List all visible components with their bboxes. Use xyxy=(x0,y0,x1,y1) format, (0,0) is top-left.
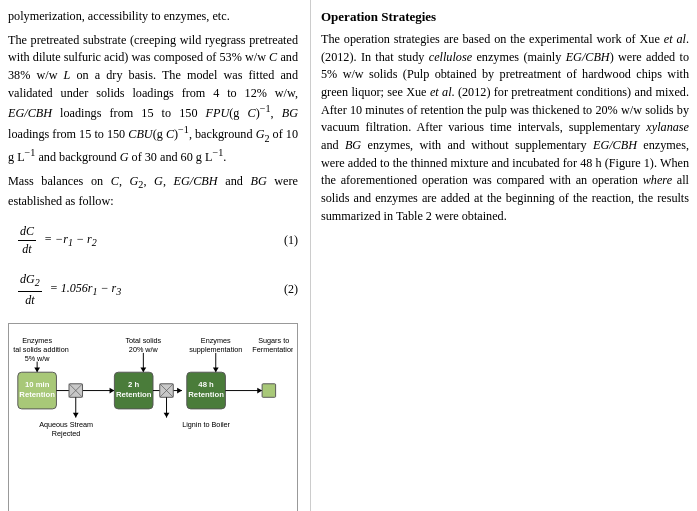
box2-label-2: Retention xyxy=(116,390,152,399)
box3-label-2: Retention xyxy=(188,390,224,399)
lignin-label-1: Lignin to Boiler xyxy=(182,420,230,429)
arrowhead-6 xyxy=(257,388,262,394)
eq2-numerator: dG2 xyxy=(18,271,42,292)
box3-label-1: 48 h xyxy=(198,380,214,389)
right-column: Operation Strategies The operation strat… xyxy=(310,0,697,511)
total-solids-label-2: 20% w/w xyxy=(129,345,159,354)
box1-label-2: Retention xyxy=(19,390,55,399)
diagram-svg: Enzymes Total solids addition 5% w/w Tot… xyxy=(13,330,293,510)
eq2-rhs: = 1.056r1 − r3 xyxy=(50,280,122,300)
sugars-box xyxy=(262,384,276,398)
left-para1: polymerization, accessibility to enzymes… xyxy=(8,8,298,26)
equation-1: dC dt = −r1 − r2 (1) xyxy=(8,217,298,265)
enzymes-label-1: Enzymes xyxy=(22,336,52,345)
aqueous-label-1: Aqueous Stream xyxy=(39,420,93,429)
eq1-denominator: dt xyxy=(20,241,33,258)
eq2-denominator: dt xyxy=(23,292,36,309)
process-diagram: Enzymes Total solids addition 5% w/w Tot… xyxy=(8,323,298,511)
eq1-fraction: dC dt xyxy=(18,223,36,259)
enzymes-supp-label-1: Enzymes xyxy=(201,336,231,345)
arrowhead-7 xyxy=(73,413,79,418)
sugars-label-1: Sugars to xyxy=(258,336,289,345)
arrowhead-4 xyxy=(177,388,182,394)
equation-2: dG2 dt = 1.056r1 − r3 (2) xyxy=(8,265,298,315)
arrowhead-3 xyxy=(140,367,146,372)
total-solids-label-1: Total solids xyxy=(125,336,161,345)
left-para2: The pretreated substrate (creeping wild … xyxy=(8,32,298,167)
box2-label-1: 2 h xyxy=(128,380,139,389)
arrowhead-1 xyxy=(34,367,40,372)
arrowhead-8 xyxy=(164,413,170,418)
left-para3: Mass balances on C, G2, G, EG/CBH and BG… xyxy=(8,173,298,211)
sugars-label-2: Fermentation xyxy=(252,345,293,354)
enzymes-label-2: Total solids addition xyxy=(13,345,69,354)
eq2-number: (2) xyxy=(284,281,298,298)
aqueous-label-2: Rejected xyxy=(52,429,81,438)
eq2-fraction: dG2 dt xyxy=(18,271,42,309)
eq1-numerator: dC xyxy=(18,223,36,241)
eq1-rhs: = −r1 − r2 xyxy=(44,231,97,251)
enzymes-supp-label-2: supplementation xyxy=(189,345,242,354)
left-column: polymerization, accessibility to enzymes… xyxy=(0,0,310,511)
enzymes-label-3: 5% w/w xyxy=(25,354,51,363)
right-heading: Operation Strategies xyxy=(321,8,689,27)
box1-label-1: 10 min xyxy=(25,380,50,389)
arrowhead-5 xyxy=(213,367,219,372)
eq1-number: (1) xyxy=(284,232,298,249)
right-para1: The operation strategies are based on th… xyxy=(321,31,689,226)
arrowhead-2 xyxy=(110,388,115,394)
